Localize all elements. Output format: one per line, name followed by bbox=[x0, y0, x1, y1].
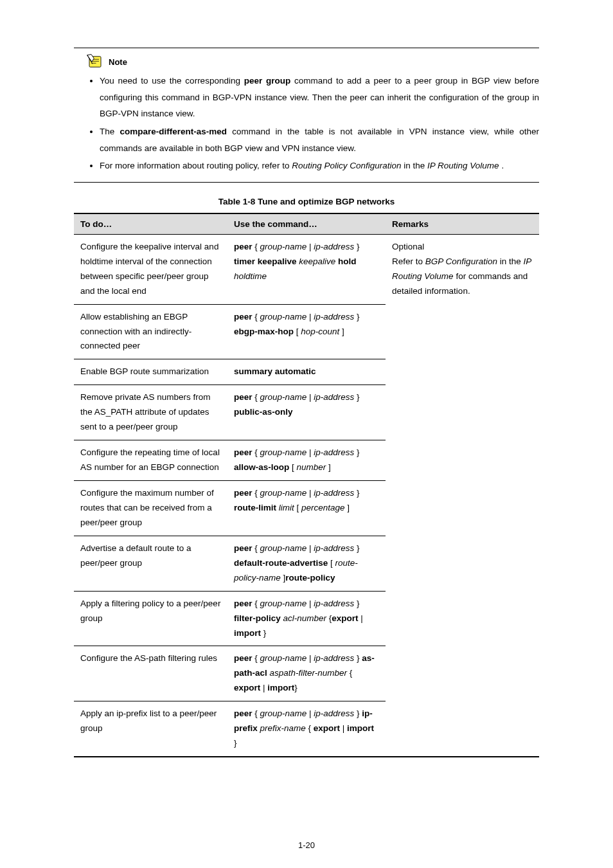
cell-todo: Remove private AS numbers from the AS_PA… bbox=[74, 385, 227, 440]
cell-todo: Configure the keepalive interval and hol… bbox=[74, 234, 227, 304]
text: For more information about routing polic… bbox=[100, 161, 292, 170]
cell-command: peer { group-name | ip-address } route-l… bbox=[227, 481, 386, 536]
cell-command: peer { group-name | ip-address } ebgp-ma… bbox=[227, 304, 386, 359]
cell-todo: Configure the maximum number of routes t… bbox=[74, 481, 227, 536]
note-bullet-1: You need to use the corresponding peer g… bbox=[100, 73, 539, 122]
text: . bbox=[501, 161, 504, 170]
cell-todo: Apply a filtering policy to a peer/peer … bbox=[74, 591, 227, 646]
col-remarks: Remarks bbox=[386, 213, 539, 235]
cell-command: peer { group-name | ip-address } ip-pref… bbox=[227, 701, 386, 757]
col-command: Use the command… bbox=[227, 213, 386, 235]
cell-todo: Allow establishing an EBGP connection wi… bbox=[74, 304, 227, 359]
command-text: compare-different-as-med bbox=[120, 127, 227, 136]
note-bullets: You need to use the corresponding peer g… bbox=[74, 73, 539, 174]
cell-command: summary automatic bbox=[227, 359, 386, 385]
page-number: 1-20 bbox=[0, 840, 613, 850]
cell-command: peer { group-name | ip-address } filter-… bbox=[227, 591, 386, 646]
table-caption: Table 1-8 Tune and optimize BGP networks bbox=[74, 197, 539, 206]
note-bullet-2: The compare-different-as-med command in … bbox=[100, 123, 539, 156]
text: in the bbox=[404, 161, 427, 170]
cell-todo: Apply an ip-prefix list to a peer/peer g… bbox=[74, 701, 227, 757]
cell-command: peer { group-name | ip-address } timer k… bbox=[227, 234, 386, 304]
note-bullet-3: For more information about routing polic… bbox=[100, 158, 539, 174]
cell-todo: Configure the AS-path filtering rules bbox=[74, 646, 227, 701]
cell-command: peer { group-name | ip-address } allow-a… bbox=[227, 440, 386, 481]
italic-text: Routing Policy Configuration bbox=[292, 161, 401, 170]
command-text: peer group bbox=[244, 76, 291, 86]
top-divider bbox=[74, 48, 539, 48]
cell-todo: Configure the repeating time of local AS… bbox=[74, 440, 227, 481]
note-icon bbox=[85, 53, 105, 70]
note-header: Note bbox=[85, 53, 539, 70]
config-table: To do… Use the command… Remarks Configur… bbox=[74, 213, 539, 757]
cell-todo: Enable BGP route summarization bbox=[74, 359, 227, 385]
cell-command: peer { group-name | ip-address } public-… bbox=[227, 385, 386, 440]
col-todo: To do… bbox=[74, 213, 227, 235]
text: The bbox=[100, 127, 120, 136]
text: You need to use the corresponding bbox=[100, 76, 240, 86]
italic-text: IP Routing Volume bbox=[427, 161, 499, 170]
cell-todo: Advertise a default route to a peer/peer… bbox=[74, 536, 227, 591]
cell-remarks: OptionalRefer to BGP Configuration in th… bbox=[386, 234, 539, 757]
caption-text: Table 1-8 Tune and optimize BGP networks bbox=[218, 197, 395, 206]
page: Note You need to use the corresponding p… bbox=[0, 0, 613, 868]
table-row: Configure the keepalive interval and hol… bbox=[74, 234, 539, 304]
cell-command: peer { group-name | ip-address } default… bbox=[227, 536, 386, 591]
section-divider bbox=[74, 182, 539, 183]
note-label: Note bbox=[109, 57, 127, 67]
cell-command: peer { group-name | ip-address } as-path… bbox=[227, 646, 386, 701]
table-header-row: To do… Use the command… Remarks bbox=[74, 213, 539, 235]
